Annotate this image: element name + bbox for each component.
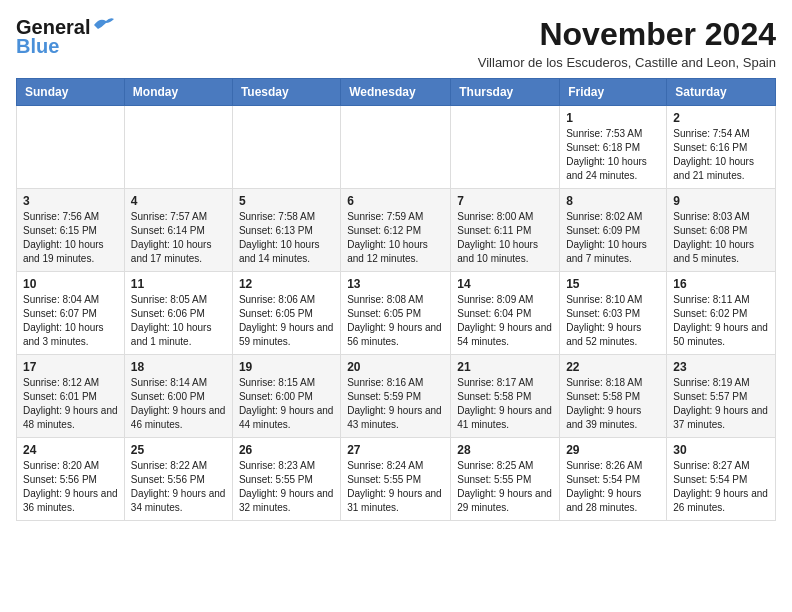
calendar-cell: 26Sunrise: 8:23 AM Sunset: 5:55 PM Dayli… xyxy=(232,438,340,521)
calendar-cell xyxy=(17,106,125,189)
cell-info: Sunrise: 8:04 AM Sunset: 6:07 PM Dayligh… xyxy=(23,293,118,349)
day-number: 3 xyxy=(23,194,118,208)
calendar-cell: 28Sunrise: 8:25 AM Sunset: 5:55 PM Dayli… xyxy=(451,438,560,521)
calendar-cell: 23Sunrise: 8:19 AM Sunset: 5:57 PM Dayli… xyxy=(667,355,776,438)
cell-info: Sunrise: 8:05 AM Sunset: 6:06 PM Dayligh… xyxy=(131,293,226,349)
calendar-cell: 27Sunrise: 8:24 AM Sunset: 5:55 PM Dayli… xyxy=(341,438,451,521)
calendar-cell xyxy=(124,106,232,189)
logo: General Blue xyxy=(16,16,114,58)
calendar-cell xyxy=(451,106,560,189)
day-number: 12 xyxy=(239,277,334,291)
calendar-cell: 2Sunrise: 7:54 AM Sunset: 6:16 PM Daylig… xyxy=(667,106,776,189)
calendar-cell: 14Sunrise: 8:09 AM Sunset: 6:04 PM Dayli… xyxy=(451,272,560,355)
cell-info: Sunrise: 8:11 AM Sunset: 6:02 PM Dayligh… xyxy=(673,293,769,349)
cell-info: Sunrise: 8:22 AM Sunset: 5:56 PM Dayligh… xyxy=(131,459,226,515)
day-number: 10 xyxy=(23,277,118,291)
logo-bird-icon xyxy=(92,15,114,33)
month-title: November 2024 xyxy=(478,16,776,53)
cell-info: Sunrise: 8:14 AM Sunset: 6:00 PM Dayligh… xyxy=(131,376,226,432)
calendar-week-1: 1Sunrise: 7:53 AM Sunset: 6:18 PM Daylig… xyxy=(17,106,776,189)
weekday-sunday: Sunday xyxy=(17,79,125,106)
day-number: 30 xyxy=(673,443,769,457)
calendar-cell: 18Sunrise: 8:14 AM Sunset: 6:00 PM Dayli… xyxy=(124,355,232,438)
calendar-cell: 11Sunrise: 8:05 AM Sunset: 6:06 PM Dayli… xyxy=(124,272,232,355)
calendar-cell: 29Sunrise: 8:26 AM Sunset: 5:54 PM Dayli… xyxy=(560,438,667,521)
cell-info: Sunrise: 8:17 AM Sunset: 5:58 PM Dayligh… xyxy=(457,376,553,432)
calendar-cell: 15Sunrise: 8:10 AM Sunset: 6:03 PM Dayli… xyxy=(560,272,667,355)
title-area: November 2024 Villamor de los Escuderos,… xyxy=(478,16,776,70)
day-number: 27 xyxy=(347,443,444,457)
weekday-saturday: Saturday xyxy=(667,79,776,106)
cell-info: Sunrise: 7:59 AM Sunset: 6:12 PM Dayligh… xyxy=(347,210,444,266)
calendar-cell: 7Sunrise: 8:00 AM Sunset: 6:11 PM Daylig… xyxy=(451,189,560,272)
calendar-week-5: 24Sunrise: 8:20 AM Sunset: 5:56 PM Dayli… xyxy=(17,438,776,521)
day-number: 19 xyxy=(239,360,334,374)
day-number: 16 xyxy=(673,277,769,291)
calendar-cell: 25Sunrise: 8:22 AM Sunset: 5:56 PM Dayli… xyxy=(124,438,232,521)
cell-info: Sunrise: 8:26 AM Sunset: 5:54 PM Dayligh… xyxy=(566,459,660,515)
day-number: 24 xyxy=(23,443,118,457)
day-number: 29 xyxy=(566,443,660,457)
day-number: 13 xyxy=(347,277,444,291)
cell-info: Sunrise: 8:02 AM Sunset: 6:09 PM Dayligh… xyxy=(566,210,660,266)
calendar-cell: 20Sunrise: 8:16 AM Sunset: 5:59 PM Dayli… xyxy=(341,355,451,438)
weekday-header-row: SundayMondayTuesdayWednesdayThursdayFrid… xyxy=(17,79,776,106)
day-number: 6 xyxy=(347,194,444,208)
day-number: 2 xyxy=(673,111,769,125)
cell-info: Sunrise: 8:16 AM Sunset: 5:59 PM Dayligh… xyxy=(347,376,444,432)
cell-info: Sunrise: 7:56 AM Sunset: 6:15 PM Dayligh… xyxy=(23,210,118,266)
cell-info: Sunrise: 8:24 AM Sunset: 5:55 PM Dayligh… xyxy=(347,459,444,515)
day-number: 18 xyxy=(131,360,226,374)
day-number: 1 xyxy=(566,111,660,125)
cell-info: Sunrise: 7:58 AM Sunset: 6:13 PM Dayligh… xyxy=(239,210,334,266)
day-number: 22 xyxy=(566,360,660,374)
day-number: 15 xyxy=(566,277,660,291)
calendar: SundayMondayTuesdayWednesdayThursdayFrid… xyxy=(16,78,776,521)
calendar-cell: 1Sunrise: 7:53 AM Sunset: 6:18 PM Daylig… xyxy=(560,106,667,189)
calendar-cell: 10Sunrise: 8:04 AM Sunset: 6:07 PM Dayli… xyxy=(17,272,125,355)
day-number: 17 xyxy=(23,360,118,374)
calendar-body: 1Sunrise: 7:53 AM Sunset: 6:18 PM Daylig… xyxy=(17,106,776,521)
cell-info: Sunrise: 7:57 AM Sunset: 6:14 PM Dayligh… xyxy=(131,210,226,266)
cell-info: Sunrise: 7:53 AM Sunset: 6:18 PM Dayligh… xyxy=(566,127,660,183)
cell-info: Sunrise: 8:03 AM Sunset: 6:08 PM Dayligh… xyxy=(673,210,769,266)
cell-info: Sunrise: 8:10 AM Sunset: 6:03 PM Dayligh… xyxy=(566,293,660,349)
weekday-tuesday: Tuesday xyxy=(232,79,340,106)
day-number: 7 xyxy=(457,194,553,208)
day-number: 14 xyxy=(457,277,553,291)
day-number: 5 xyxy=(239,194,334,208)
calendar-week-4: 17Sunrise: 8:12 AM Sunset: 6:01 PM Dayli… xyxy=(17,355,776,438)
day-number: 11 xyxy=(131,277,226,291)
weekday-wednesday: Wednesday xyxy=(341,79,451,106)
logo-blue: Blue xyxy=(16,35,59,58)
cell-info: Sunrise: 8:00 AM Sunset: 6:11 PM Dayligh… xyxy=(457,210,553,266)
calendar-cell: 4Sunrise: 7:57 AM Sunset: 6:14 PM Daylig… xyxy=(124,189,232,272)
location: Villamor de los Escuderos, Castille and … xyxy=(478,55,776,70)
day-number: 25 xyxy=(131,443,226,457)
calendar-cell: 13Sunrise: 8:08 AM Sunset: 6:05 PM Dayli… xyxy=(341,272,451,355)
cell-info: Sunrise: 8:09 AM Sunset: 6:04 PM Dayligh… xyxy=(457,293,553,349)
calendar-week-2: 3Sunrise: 7:56 AM Sunset: 6:15 PM Daylig… xyxy=(17,189,776,272)
cell-info: Sunrise: 8:12 AM Sunset: 6:01 PM Dayligh… xyxy=(23,376,118,432)
calendar-cell: 8Sunrise: 8:02 AM Sunset: 6:09 PM Daylig… xyxy=(560,189,667,272)
day-number: 8 xyxy=(566,194,660,208)
calendar-cell: 12Sunrise: 8:06 AM Sunset: 6:05 PM Dayli… xyxy=(232,272,340,355)
calendar-cell: 5Sunrise: 7:58 AM Sunset: 6:13 PM Daylig… xyxy=(232,189,340,272)
header: General Blue November 2024 Villamor de l… xyxy=(16,16,776,70)
weekday-monday: Monday xyxy=(124,79,232,106)
cell-info: Sunrise: 8:25 AM Sunset: 5:55 PM Dayligh… xyxy=(457,459,553,515)
calendar-cell xyxy=(341,106,451,189)
cell-info: Sunrise: 8:23 AM Sunset: 5:55 PM Dayligh… xyxy=(239,459,334,515)
calendar-cell: 19Sunrise: 8:15 AM Sunset: 6:00 PM Dayli… xyxy=(232,355,340,438)
calendar-cell: 16Sunrise: 8:11 AM Sunset: 6:02 PM Dayli… xyxy=(667,272,776,355)
day-number: 23 xyxy=(673,360,769,374)
day-number: 9 xyxy=(673,194,769,208)
calendar-cell xyxy=(232,106,340,189)
cell-info: Sunrise: 8:06 AM Sunset: 6:05 PM Dayligh… xyxy=(239,293,334,349)
cell-info: Sunrise: 8:18 AM Sunset: 5:58 PM Dayligh… xyxy=(566,376,660,432)
cell-info: Sunrise: 8:27 AM Sunset: 5:54 PM Dayligh… xyxy=(673,459,769,515)
cell-info: Sunrise: 8:15 AM Sunset: 6:00 PM Dayligh… xyxy=(239,376,334,432)
calendar-cell: 6Sunrise: 7:59 AM Sunset: 6:12 PM Daylig… xyxy=(341,189,451,272)
calendar-cell: 24Sunrise: 8:20 AM Sunset: 5:56 PM Dayli… xyxy=(17,438,125,521)
day-number: 21 xyxy=(457,360,553,374)
